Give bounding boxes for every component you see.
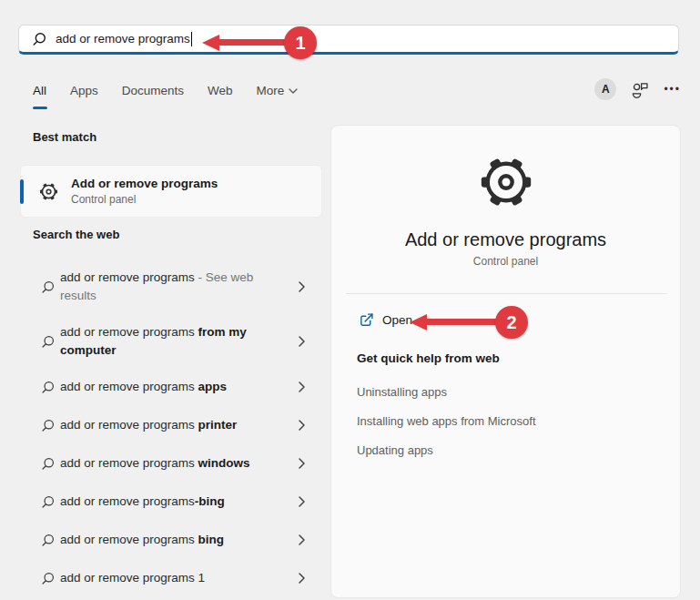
preview-subtitle: Control panel xyxy=(331,255,680,268)
web-suggestion-row[interactable]: add or remove programs bing xyxy=(18,521,320,559)
help-link-uninstalling-apps[interactable]: Uninstalling apps xyxy=(357,385,447,399)
gear-icon xyxy=(479,155,533,213)
suggestion-text: add or remove programs 1 xyxy=(60,569,289,587)
selection-accent-bar xyxy=(20,179,24,204)
more-options-icon[interactable]: ••• xyxy=(664,78,681,100)
web-suggestion-row[interactable]: add or remove programs-bing xyxy=(18,483,320,521)
best-match-heading: Best match xyxy=(33,130,96,144)
search-icon xyxy=(41,381,55,394)
tab-documents[interactable]: Documents xyxy=(122,84,184,97)
chevron-right-icon xyxy=(296,381,307,393)
best-match-result[interactable]: Add or remove programs Control panel xyxy=(20,165,322,218)
web-suggestion-row[interactable]: add or remove programs from my computer xyxy=(18,317,320,366)
suggestion-text: add or remove programs from my computer xyxy=(60,323,289,360)
chevron-right-icon xyxy=(296,280,307,293)
annotation-badge-2: 2 xyxy=(495,306,528,339)
suggestion-text: add or remove programs-bing xyxy=(60,493,289,511)
chevron-right-icon xyxy=(296,335,307,348)
preview-panel: Add or remove programs Control panel Ope… xyxy=(330,125,681,598)
web-suggestion-row[interactable]: add or remove programs 1 xyxy=(18,559,320,597)
best-match-subtitle: Control panel xyxy=(71,192,218,207)
annotation-arrow-1-shaft xyxy=(218,39,287,46)
user-avatar[interactable]: A xyxy=(594,78,616,100)
tab-apps[interactable]: Apps xyxy=(70,84,98,97)
chevron-down-icon xyxy=(289,87,298,95)
search-icon xyxy=(41,495,55,509)
preview-title: Add or remove programs xyxy=(331,229,680,250)
feedback-icon[interactable] xyxy=(631,81,649,98)
best-match-title: Add or remove programs xyxy=(71,176,218,192)
suggestion-text: add or remove programs bing xyxy=(60,531,289,549)
search-flyout: add or remove programs 1 All Apps Docume… xyxy=(0,0,700,600)
chevron-right-icon xyxy=(296,534,307,546)
search-the-web-heading: Search the web xyxy=(33,228,119,241)
active-tab-indicator xyxy=(33,107,47,109)
annotation-arrow-2-shaft xyxy=(425,319,498,325)
search-icon xyxy=(41,572,55,585)
open-label: Open xyxy=(382,313,412,327)
search-icon xyxy=(41,335,55,349)
search-icon xyxy=(41,457,55,471)
suggestion-text: add or remove programs printer xyxy=(60,416,289,434)
text-cursor xyxy=(191,32,193,46)
chevron-right-icon xyxy=(296,495,307,508)
search-icon xyxy=(32,32,46,46)
gear-icon xyxy=(39,182,58,201)
open-action[interactable]: Open xyxy=(359,312,412,328)
web-suggestion-row[interactable]: add or remove programs apps xyxy=(18,368,320,406)
search-query-text: add or remove programs xyxy=(56,32,190,46)
suggestion-text: add or remove programs - See web results xyxy=(60,269,289,305)
help-link-installing-web-apps[interactable]: Installing web apps from Microsoft xyxy=(357,414,536,428)
help-link-updating-apps[interactable]: Updating apps xyxy=(357,443,433,457)
tab-all[interactable]: All xyxy=(33,84,46,97)
help-heading: Get quick help from web xyxy=(357,351,500,365)
web-suggestion-row[interactable]: add or remove programs printer xyxy=(18,406,320,444)
search-icon xyxy=(41,280,55,294)
chevron-right-icon xyxy=(296,457,307,470)
search-icon xyxy=(41,534,55,547)
tab-web[interactable]: Web xyxy=(208,84,233,97)
annotation-badge-1: 1 xyxy=(284,26,317,59)
search-input[interactable]: add or remove programs xyxy=(18,25,679,55)
web-suggestion-row[interactable]: add or remove programs windows xyxy=(18,444,320,483)
search-tabs: All Apps Documents Web More xyxy=(33,84,298,97)
chevron-right-icon xyxy=(296,419,307,432)
divider xyxy=(346,293,667,294)
suggestion-text: add or remove programs apps xyxy=(60,378,289,396)
suggestion-text: add or remove programs windows xyxy=(60,454,289,473)
open-external-icon xyxy=(359,312,374,328)
chevron-right-icon xyxy=(296,572,307,585)
tab-more[interactable]: More xyxy=(257,84,299,97)
search-icon xyxy=(41,419,55,432)
tab-more-label: More xyxy=(257,84,285,97)
web-suggestion-row[interactable]: add or remove programs - See web results xyxy=(18,262,320,311)
